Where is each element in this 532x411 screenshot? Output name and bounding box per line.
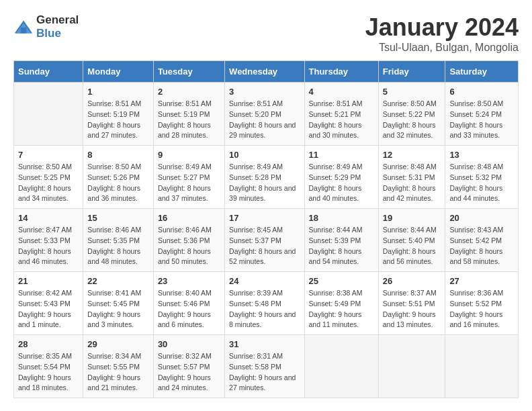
- day-sunset: Sunset: 5:29 PM: [309, 173, 361, 181]
- day-daylight: Daylight: 8 hours and 37 minutes.: [158, 184, 211, 203]
- svg-rect-2: [21, 28, 27, 34]
- day-number: 13: [449, 150, 514, 160]
- day-number: 31: [229, 339, 300, 349]
- calendar-cell: 5 Sunrise: 8:50 AM Sunset: 5:22 PM Dayli…: [378, 83, 445, 146]
- day-number: 6: [449, 87, 514, 97]
- day-sunset: Sunset: 5:45 PM: [87, 300, 140, 308]
- day-number: 27: [449, 276, 514, 286]
- day-sunset: Sunset: 5:58 PM: [229, 363, 281, 371]
- day-sunrise: Sunrise: 8:50 AM: [383, 99, 437, 107]
- day-sunset: Sunset: 5:39 PM: [309, 236, 361, 244]
- day-sunrise: Sunrise: 8:51 AM: [158, 99, 212, 107]
- calendar-cell: 2 Sunrise: 8:51 AM Sunset: 5:19 PM Dayli…: [153, 83, 224, 146]
- day-sunrise: Sunrise: 8:42 AM: [18, 289, 72, 297]
- day-sunrise: Sunrise: 8:50 AM: [18, 163, 72, 171]
- calendar-cell: 25 Sunrise: 8:38 AM Sunset: 5:49 PM Dayl…: [304, 272, 378, 335]
- header-sunday: Sunday: [14, 61, 83, 83]
- day-daylight: Daylight: 9 hours and 27 minutes.: [229, 373, 296, 392]
- header-wednesday: Wednesday: [225, 61, 304, 83]
- day-daylight: Daylight: 8 hours and 39 minutes.: [229, 184, 296, 203]
- header-monday: Monday: [83, 61, 154, 83]
- day-daylight: Daylight: 8 hours and 50 minutes.: [158, 247, 211, 266]
- day-daylight: Daylight: 9 hours and 18 minutes.: [18, 373, 71, 392]
- day-number: 9: [158, 150, 220, 160]
- day-sunset: Sunset: 5:54 PM: [18, 363, 71, 371]
- day-daylight: Daylight: 9 hours and 11 minutes.: [309, 310, 362, 329]
- day-sunrise: Sunrise: 8:49 AM: [229, 163, 283, 171]
- day-sunset: Sunset: 5:36 PM: [158, 236, 210, 244]
- day-sunset: Sunset: 5:57 PM: [158, 363, 210, 371]
- day-sunrise: Sunrise: 8:41 AM: [87, 289, 141, 297]
- calendar-cell: 27 Sunrise: 8:36 AM Sunset: 5:52 PM Dayl…: [445, 272, 519, 335]
- header: General Blue January 2024 Tsul-Ulaan, Bu…: [13, 13, 519, 54]
- day-daylight: Daylight: 8 hours and 54 minutes.: [309, 247, 362, 266]
- day-sunrise: Sunrise: 8:49 AM: [309, 163, 363, 171]
- calendar-cell: 11 Sunrise: 8:49 AM Sunset: 5:29 PM Dayl…: [304, 146, 378, 209]
- day-daylight: Daylight: 8 hours and 44 minutes.: [449, 184, 502, 203]
- header-saturday: Saturday: [445, 61, 519, 83]
- day-sunrise: Sunrise: 8:46 AM: [158, 226, 212, 234]
- calendar-cell: 19 Sunrise: 8:44 AM Sunset: 5:40 PM Dayl…: [378, 209, 445, 272]
- calendar-cell: 1 Sunrise: 8:51 AM Sunset: 5:19 PM Dayli…: [83, 83, 154, 146]
- header-thursday: Thursday: [304, 61, 378, 83]
- logo-blue: Blue: [36, 27, 79, 40]
- calendar-cell: 4 Sunrise: 8:51 AM Sunset: 5:21 PM Dayli…: [304, 83, 378, 146]
- calendar-cell: 10 Sunrise: 8:49 AM Sunset: 5:28 PM Dayl…: [225, 146, 304, 209]
- calendar-week-row: 14 Sunrise: 8:47 AM Sunset: 5:33 PM Dayl…: [14, 209, 519, 272]
- day-sunrise: Sunrise: 8:48 AM: [383, 163, 437, 171]
- day-number: 26: [383, 276, 441, 286]
- day-daylight: Daylight: 8 hours and 52 minutes.: [229, 247, 296, 266]
- calendar-cell: 9 Sunrise: 8:49 AM Sunset: 5:27 PM Dayli…: [153, 146, 224, 209]
- day-daylight: Daylight: 9 hours and 21 minutes.: [87, 373, 140, 392]
- day-number: 17: [229, 213, 300, 223]
- day-sunset: Sunset: 5:46 PM: [158, 300, 210, 308]
- day-daylight: Daylight: 8 hours and 30 minutes.: [309, 121, 362, 140]
- calendar-cell: 28 Sunrise: 8:35 AM Sunset: 5:54 PM Dayl…: [14, 335, 83, 398]
- day-number: 7: [18, 150, 79, 160]
- day-daylight: Daylight: 8 hours and 40 minutes.: [309, 184, 362, 203]
- day-sunset: Sunset: 5:31 PM: [383, 173, 435, 181]
- day-sunset: Sunset: 5:19 PM: [87, 110, 140, 118]
- day-number: 14: [18, 213, 79, 223]
- day-sunrise: Sunrise: 8:44 AM: [383, 226, 437, 234]
- day-daylight: Daylight: 8 hours and 32 minutes.: [383, 121, 436, 140]
- day-daylight: Daylight: 8 hours and 56 minutes.: [383, 247, 436, 266]
- calendar-week-row: 28 Sunrise: 8:35 AM Sunset: 5:54 PM Dayl…: [14, 335, 519, 398]
- calendar-cell: 6 Sunrise: 8:50 AM Sunset: 5:24 PM Dayli…: [445, 83, 519, 146]
- day-sunrise: Sunrise: 8:47 AM: [18, 226, 72, 234]
- day-sunrise: Sunrise: 8:51 AM: [87, 99, 141, 107]
- day-sunset: Sunset: 5:35 PM: [87, 236, 140, 244]
- day-sunrise: Sunrise: 8:31 AM: [229, 352, 283, 360]
- calendar-cell: 7 Sunrise: 8:50 AM Sunset: 5:25 PM Dayli…: [14, 146, 83, 209]
- calendar-cell: 29 Sunrise: 8:34 AM Sunset: 5:55 PM Dayl…: [83, 335, 154, 398]
- day-number: 8: [87, 150, 149, 160]
- day-sunrise: Sunrise: 8:39 AM: [229, 289, 283, 297]
- day-sunrise: Sunrise: 8:49 AM: [158, 163, 212, 171]
- day-sunset: Sunset: 5:43 PM: [18, 300, 71, 308]
- calendar-cell: 18 Sunrise: 8:44 AM Sunset: 5:39 PM Dayl…: [304, 209, 378, 272]
- day-sunset: Sunset: 5:37 PM: [229, 236, 281, 244]
- logo-icon: [13, 19, 34, 34]
- day-number: 19: [383, 213, 441, 223]
- day-daylight: Daylight: 9 hours and 16 minutes.: [449, 310, 502, 329]
- day-number: 24: [229, 276, 300, 286]
- calendar-cell: 13 Sunrise: 8:48 AM Sunset: 5:32 PM Dayl…: [445, 146, 519, 209]
- day-daylight: Daylight: 8 hours and 27 minutes.: [87, 121, 140, 140]
- day-number: 25: [309, 276, 374, 286]
- logo-general: General: [36, 13, 79, 27]
- day-number: 11: [309, 150, 374, 160]
- day-number: 18: [309, 213, 374, 223]
- day-number: 3: [229, 87, 300, 97]
- day-sunrise: Sunrise: 8:50 AM: [449, 99, 503, 107]
- day-daylight: Daylight: 8 hours and 34 minutes.: [18, 184, 71, 203]
- day-sunrise: Sunrise: 8:45 AM: [229, 226, 283, 234]
- day-sunset: Sunset: 5:48 PM: [229, 300, 281, 308]
- day-sunset: Sunset: 5:24 PM: [449, 110, 502, 118]
- day-sunrise: Sunrise: 8:40 AM: [158, 289, 212, 297]
- day-sunset: Sunset: 5:40 PM: [383, 236, 435, 244]
- day-sunset: Sunset: 5:28 PM: [229, 173, 281, 181]
- day-sunrise: Sunrise: 8:38 AM: [309, 289, 363, 297]
- day-number: 21: [18, 276, 79, 286]
- day-daylight: Daylight: 9 hours and 13 minutes.: [383, 310, 436, 329]
- day-sunrise: Sunrise: 8:46 AM: [87, 226, 141, 234]
